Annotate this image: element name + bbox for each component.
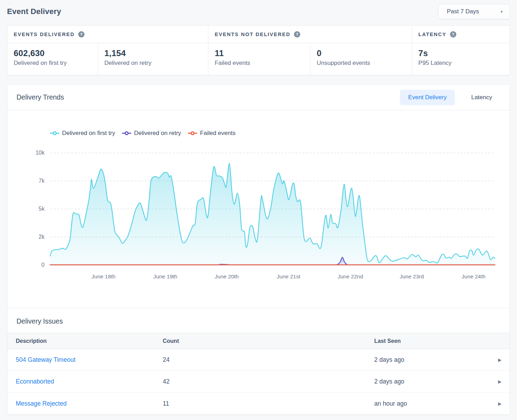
chevron-right-icon[interactable]: ▶	[498, 357, 502, 363]
stat-group-latency: LATENCY ? 7s P95 Latency	[412, 26, 510, 75]
stat-group-events-not-delivered: EVENTS NOT DELIVERED ? 11 Failed events …	[208, 26, 412, 75]
metric-label: P95 Latency	[418, 60, 510, 67]
legend-item-failed-events[interactable]: Failed events	[188, 130, 235, 137]
x-axis-tick-label: June 21st	[277, 273, 301, 279]
metric-label: Delivered on first try	[14, 60, 98, 67]
metric-label: Unsupported events	[317, 60, 412, 67]
issue-link[interactable]: Message Rejected	[16, 400, 163, 407]
chart-legend: Delivered on first try Delivered on retr…	[50, 129, 510, 137]
stat-group-label: EVENTS DELIVERED	[14, 32, 75, 37]
table-row[interactable]: 504 Gateway Timeout 24 2 days ago ▶	[7, 349, 510, 371]
chevron-down-icon: ▾	[501, 9, 503, 14]
stat-group-label: LATENCY	[418, 32, 446, 37]
delivery-trends-section: Delivery Trends Event Delivery Latency D…	[7, 84, 510, 308]
x-axis-tick-label: June 19th	[153, 273, 177, 279]
legend-item-delivered-retry[interactable]: Delivered on retry	[122, 130, 181, 137]
y-axis-tick-label: 5k	[39, 206, 45, 212]
metric-label: Delivered on retry	[105, 60, 208, 67]
column-header-description: Description	[16, 338, 163, 344]
chevron-right-icon[interactable]: ▶	[498, 401, 502, 406]
metric-value: 1,154	[105, 48, 208, 58]
delivery-trends-title: Delivery Trends	[16, 93, 64, 101]
metric-value: 0	[317, 48, 412, 58]
stat-group-label: EVENTS NOT DELIVERED	[215, 32, 290, 37]
delivery-issues-title: Delivery Issues	[16, 317, 501, 325]
help-icon[interactable]: ?	[450, 31, 456, 38]
tab-latency[interactable]: Latency	[463, 90, 501, 105]
table-row[interactable]: Econnaborted 42 2 days ago ▶	[7, 371, 510, 393]
x-axis-tick-label: June 22nd	[338, 273, 363, 279]
x-axis-tick-label: June 18th	[92, 273, 115, 279]
delivery-issues-section: Delivery Issues Description Count Last S…	[7, 308, 510, 414]
stat-group-events-delivered: EVENTS DELIVERED ? 602,630 Delivered on …	[7, 26, 208, 75]
issue-link[interactable]: 504 Gateway Timeout	[16, 356, 163, 364]
metric-failed-events: 11 Failed events	[208, 43, 310, 75]
metric-unsupported-events: 0 Unsupported events	[310, 43, 412, 75]
legend-line-circle-icon	[122, 131, 131, 135]
metric-delivered-retry: 1,154 Delivered on retry	[98, 43, 208, 75]
table-row[interactable]: Message Rejected 11 an hour ago ▶	[7, 393, 510, 414]
issue-count: 24	[163, 356, 374, 364]
metric-delivered-first-try: 602,630 Delivered on first try	[7, 43, 98, 75]
stats-summary-card: EVENTS DELIVERED ? 602,630 Delivered on …	[7, 25, 510, 75]
top-bar: Event Delivery Past 7 Days ▾	[7, 3, 510, 20]
help-icon[interactable]: ?	[294, 31, 300, 38]
column-header-last-seen: Last Seen	[374, 338, 490, 344]
page: Event Delivery Past 7 Days ▾ EVENTS DELI…	[0, 3, 517, 415]
issue-count: 42	[163, 378, 374, 385]
series-area-0	[50, 163, 495, 265]
delivery-trends-chart: 02k5k7k10kJune 18thJune 19thJune 20thJun…	[7, 137, 510, 288]
issues-table-header: Description Count Last Seen	[7, 333, 510, 349]
metric-value: 7s	[418, 48, 510, 58]
y-axis-tick-label: 10k	[35, 150, 45, 156]
trends-and-issues-panel: Delivery Trends Event Delivery Latency D…	[7, 84, 510, 415]
metric-value: 11	[215, 48, 310, 58]
issue-last-seen: an hour ago	[374, 400, 490, 407]
x-axis-tick-label: June 23rd	[400, 273, 424, 279]
chevron-right-icon[interactable]: ▶	[498, 379, 502, 384]
issue-count: 11	[163, 400, 374, 407]
y-axis-tick-label: 7k	[39, 178, 45, 184]
page-title: Event Delivery	[7, 7, 61, 16]
legend-item-delivered-first-try[interactable]: Delivered on first try	[50, 130, 115, 137]
x-axis-tick-label: June 20th	[215, 273, 239, 279]
legend-line-circle-icon	[188, 131, 197, 135]
metric-label: Failed events	[215, 60, 310, 67]
time-range-dropdown[interactable]: Past 7 Days ▾	[438, 4, 510, 19]
metric-value: 602,630	[14, 48, 98, 58]
x-axis-tick-label: June 24th	[462, 273, 485, 279]
help-icon[interactable]: ?	[78, 31, 85, 38]
metric-p95-latency: 7s P95 Latency	[412, 43, 510, 75]
issue-link[interactable]: Econnaborted	[16, 378, 163, 385]
issue-last-seen: 2 days ago	[374, 378, 490, 385]
trends-tabs: Event Delivery Latency	[400, 90, 501, 105]
y-axis-tick-label: 0	[41, 262, 45, 268]
column-header-count: Count	[163, 338, 374, 344]
issue-last-seen: 2 days ago	[374, 356, 490, 364]
legend-line-circle-icon	[50, 131, 59, 135]
y-axis-tick-label: 2k	[39, 234, 45, 240]
time-range-value: Past 7 Days	[447, 8, 479, 15]
tab-event-delivery[interactable]: Event Delivery	[400, 90, 455, 105]
